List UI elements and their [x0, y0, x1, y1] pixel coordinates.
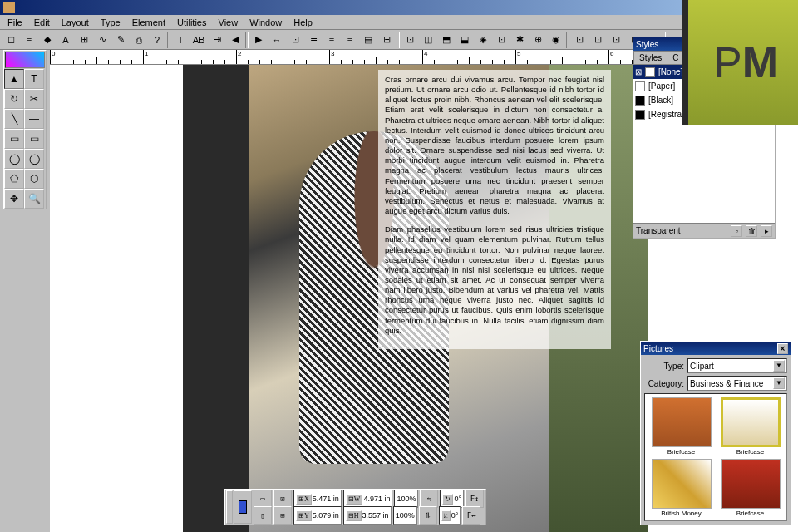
toolbar-button[interactable]: A [57, 31, 75, 49]
toolbox-palette[interactable]: ▲T↻✂╲—▭▭◯◯⬠⬡✥🔍 [3, 50, 47, 209]
obj2-icon[interactable]: ▯ [254, 506, 272, 525]
toolbar-button[interactable]: ⊞ [75, 31, 93, 49]
toolbar-button[interactable]: ⊡ [401, 31, 419, 49]
close-icon[interactable]: × [777, 343, 788, 354]
tab-styles[interactable]: Styles [633, 51, 667, 64]
menu-help[interactable]: Help [288, 16, 318, 29]
clipart-thumb[interactable]: Briefcase [717, 397, 783, 456]
tool-button[interactable]: ◯ [4, 149, 24, 169]
flip-v-icon[interactable]: F↕ [466, 490, 484, 508]
x-icon: ⊠ [635, 67, 642, 76]
pictures-palette[interactable]: Pictures × Type: Clipart ▼ Category: Bus… [640, 341, 791, 525]
toolbar-button[interactable]: ⬒ [437, 31, 456, 49]
toolbar-button[interactable]: ⊡ [607, 31, 625, 49]
text-frame[interactable]: Cras ornare arcu dui vivamus arcu. Tempo… [378, 70, 611, 349]
toolbar-button[interactable]: ◆ [38, 31, 57, 49]
toolbar-button[interactable]: ⬓ [456, 31, 474, 49]
toolbar-button[interactable]: ✱ [510, 31, 529, 49]
menu-utilities[interactable]: Utilities [171, 16, 212, 29]
toolbar-button[interactable]: ∿ [93, 31, 111, 49]
toolbar-button[interactable]: ⇥ [208, 31, 226, 49]
tool-button[interactable]: ⬠ [4, 169, 24, 189]
flip-h2-icon[interactable]: ⥮ [419, 506, 437, 525]
toolbar-button[interactable]: ✎ [111, 31, 130, 49]
clipart-thumb[interactable]: Briefcase [648, 397, 714, 456]
toolbar-button[interactable]: ⊕ [529, 31, 547, 49]
color-swatch [635, 81, 645, 91]
color-swatch[interactable] [5, 52, 45, 68]
tool-button[interactable]: ✥ [4, 189, 24, 209]
h-field[interactable]: ⊟H3.557 in [343, 506, 392, 525]
clipart-thumb[interactable]: Briefcase [717, 459, 783, 517]
x-field[interactable]: ⊞X5.471 in [293, 490, 342, 508]
body-paragraph[interactable]: Diam phasellus vestibulum lorem sed risu… [385, 224, 604, 336]
tool-button[interactable]: ▲ [4, 69, 24, 89]
ref-icon[interactable]: ⊡ [273, 490, 292, 508]
tool-button[interactable]: ▭ [4, 129, 24, 149]
thumbnail-grid[interactable]: BriefcaseBriefcaseBritish MoneyBriefcase [644, 393, 787, 521]
toolbar-button[interactable]: ▤ [359, 31, 377, 49]
new-style-icon[interactable]: ▫ [731, 225, 742, 237]
category-value: Business & Finance [690, 379, 763, 388]
grip-handle[interactable] [226, 490, 233, 524]
tool-button[interactable]: 🔍 [24, 189, 44, 209]
menu-element[interactable]: Element [126, 16, 171, 29]
menu-edit[interactable]: Edit [28, 16, 56, 29]
menu-icon[interactable]: ▸ [761, 225, 772, 237]
toolbar-button[interactable]: ≡ [323, 31, 341, 49]
body-paragraph[interactable]: Cras ornare arcu dui vivamus arcu. Tempo… [385, 75, 604, 216]
tool-button[interactable]: ⬡ [24, 169, 44, 189]
category-combo[interactable]: Business & Finance ▼ [687, 376, 787, 391]
tool-button[interactable]: ╲ [4, 109, 24, 129]
scale-y[interactable]: 100% [393, 506, 417, 525]
control-palette[interactable]: ▭⊡⊞X5.471 in⊟W4.971 in100%⇋↻0°F↕▯⊞⊞Y5.07… [224, 489, 486, 525]
clipart-thumb[interactable]: British Money [648, 459, 714, 517]
toolbar-button[interactable]: ▶ [249, 31, 268, 49]
menu-layout[interactable]: Layout [56, 16, 95, 29]
toolbar-button[interactable]: ≣ [304, 31, 323, 49]
toolbar-button[interactable]: ⊡ [492, 31, 510, 49]
toolbar-button[interactable]: ◈ [474, 31, 492, 49]
tool-button[interactable]: ◯ [24, 149, 44, 169]
obj-icon[interactable]: ▭ [254, 490, 272, 508]
chevron-down-icon[interactable]: ▼ [773, 377, 785, 389]
menu-view[interactable]: View [212, 16, 244, 29]
logo-letter-p: P [713, 37, 742, 87]
toolbar-button[interactable]: ≡ [20, 31, 38, 49]
toolbar-button[interactable]: ⊟ [377, 31, 396, 49]
flip-v2-icon[interactable]: F↔ [462, 506, 480, 525]
tool-button[interactable]: — [24, 109, 44, 129]
toolbar-button[interactable]: ≡ [341, 31, 359, 49]
toolbar-button[interactable]: ⊡ [589, 31, 607, 49]
tool-button[interactable]: T [24, 69, 44, 89]
toolbar-button[interactable]: ⊡ [286, 31, 304, 49]
palette-titlebar[interactable]: Pictures × [641, 342, 791, 355]
toolbar-button[interactable]: ? [148, 31, 166, 49]
toolbar-button[interactable]: ◻ [2, 31, 20, 49]
toolbar-button[interactable]: ◉ [547, 31, 565, 49]
menu-window[interactable]: Window [244, 16, 288, 29]
page-indicator[interactable] [234, 490, 252, 524]
toolbar-button[interactable]: ↔ [268, 31, 286, 49]
tool-button[interactable]: ▭ [24, 129, 44, 149]
chevron-down-icon[interactable]: ▼ [773, 360, 785, 372]
trash-icon[interactable]: 🗑 [746, 225, 757, 237]
skew-field[interactable]: ⟀0° [439, 506, 461, 525]
menu-type[interactable]: Type [95, 16, 126, 29]
tool-button[interactable]: ✂ [24, 89, 44, 109]
ref2-icon[interactable]: ⊞ [273, 506, 292, 525]
menu-file[interactable]: File [2, 16, 28, 29]
flip-h-icon[interactable]: ⇋ [420, 490, 438, 508]
type-combo[interactable]: Clipart ▼ [687, 358, 787, 373]
tool-button[interactable]: ↻ [4, 89, 24, 109]
scale-x[interactable]: 100% [394, 490, 418, 508]
toolbar-button[interactable]: ◀ [226, 31, 244, 49]
toolbar-button[interactable]: AB [190, 31, 208, 49]
toolbar-button[interactable]: ⊡ [570, 31, 589, 49]
toolbar-button[interactable]: ◫ [419, 31, 437, 49]
y-field[interactable]: ⊞Y5.079 in [293, 506, 342, 525]
w-field[interactable]: ⊟W4.971 in [343, 490, 393, 508]
toolbar-button[interactable]: T [171, 31, 190, 49]
rotate-field[interactable]: ↻0° [440, 490, 464, 508]
toolbar-button[interactable]: ⎙ [130, 31, 148, 49]
